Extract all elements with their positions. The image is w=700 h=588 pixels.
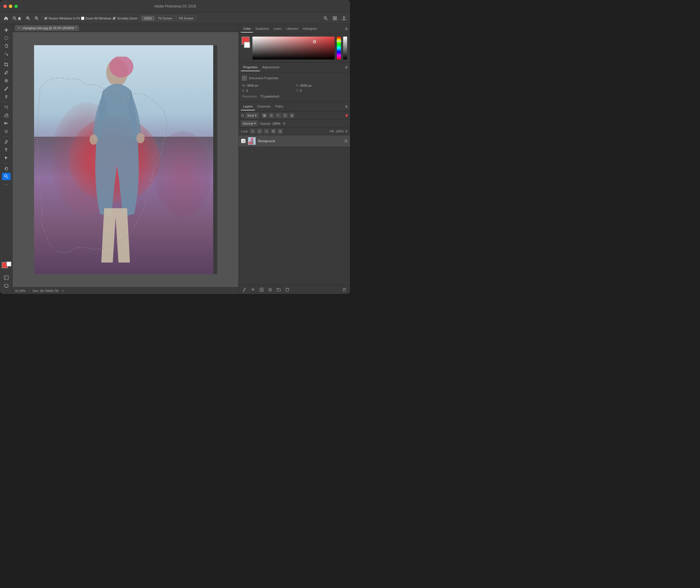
history-brush-button[interactable] xyxy=(2,104,11,111)
layer-list[interactable]: Background xyxy=(239,135,350,285)
hue-strip[interactable] xyxy=(337,37,341,59)
svg-point-30 xyxy=(6,140,7,141)
resize-windows-label[interactable]: Resize Windows to Fit xyxy=(44,17,80,20)
lock-all-button[interactable] xyxy=(277,129,283,134)
zoom-tool-left-button[interactable] xyxy=(2,173,11,180)
minimize-button[interactable] xyxy=(9,5,12,8)
close-tab-icon[interactable]: ✕ xyxy=(18,26,21,30)
zoom-all-windows-label[interactable]: Zoom All Windows xyxy=(81,17,111,20)
hue-slider-handle[interactable] xyxy=(336,41,341,42)
scroll-corner xyxy=(232,289,236,293)
eyedropper-tool-button[interactable] xyxy=(2,69,11,76)
properties-panel-menu-button[interactable]: ≡ xyxy=(345,65,348,70)
move-tool-button[interactable] xyxy=(2,26,11,34)
properties-tabs: Properties Adjustments ≡ xyxy=(239,63,350,72)
adjustment-filter-button[interactable] xyxy=(268,113,274,118)
svg-rect-13 xyxy=(333,19,334,20)
lock-image-button[interactable] xyxy=(257,129,262,134)
fit-screen-button[interactable]: Fit Screen xyxy=(156,16,175,21)
text-tool-button[interactable]: T xyxy=(2,146,11,154)
layers-panel-menu-button[interactable]: ≡ xyxy=(345,104,348,109)
color-gradient-picker[interactable] xyxy=(252,37,334,59)
path-select-button[interactable] xyxy=(2,154,11,162)
lightness-strip[interactable] xyxy=(343,37,347,59)
delete-layer-button[interactable] xyxy=(341,286,348,293)
tab-properties[interactable]: Properties xyxy=(241,64,260,71)
quick-mask-button[interactable] xyxy=(2,274,11,281)
brush-tool-button[interactable] xyxy=(2,85,11,92)
search-icon-layers xyxy=(241,114,244,117)
screen-mode-button[interactable] xyxy=(2,282,11,289)
canvas-viewport[interactable] xyxy=(13,32,238,287)
zoom-tool-button[interactable] xyxy=(11,15,23,21)
color-panel-body xyxy=(239,34,350,62)
pen-tool-button[interactable] xyxy=(2,138,11,146)
opacity-options-button[interactable]: ⊙ xyxy=(283,122,285,126)
lasso-tool-button[interactable] xyxy=(2,42,11,50)
close-button[interactable] xyxy=(3,5,7,8)
svg-line-7 xyxy=(37,19,38,20)
home-button[interactable] xyxy=(2,15,10,21)
filter-toggle-dot[interactable] xyxy=(345,114,348,117)
color-panel-menu-button[interactable]: ≡ xyxy=(345,26,348,31)
tab-learn[interactable]: Learn xyxy=(271,25,284,33)
clone-stamp-button[interactable] xyxy=(2,93,11,100)
vertical-scrollbar[interactable] xyxy=(213,45,217,274)
link-layers-button[interactable] xyxy=(241,286,248,293)
pixel-filter-button[interactable] xyxy=(261,113,267,118)
search-button[interactable] xyxy=(322,15,329,21)
tab-histogram[interactable]: Histogram xyxy=(300,25,319,33)
tab-libraries[interactable]: Libraries xyxy=(284,25,300,33)
marquee-tool-button[interactable] xyxy=(2,34,11,42)
gradient-tool-button[interactable] xyxy=(2,120,11,127)
arrange-windows-button[interactable] xyxy=(331,15,338,21)
healing-tool-button[interactable] xyxy=(2,77,11,84)
bg-color-swatch[interactable] xyxy=(244,42,250,48)
tab-swatches[interactable]: Swatches xyxy=(253,25,271,33)
fill-options-button[interactable]: ⊙ xyxy=(345,129,348,133)
dodge-tool-button[interactable] xyxy=(2,128,11,135)
new-layer-group-button[interactable] xyxy=(275,286,282,293)
more-tools-button[interactable]: ··· xyxy=(2,181,11,188)
zoom-all-windows-checkbox[interactable] xyxy=(81,17,84,20)
layers-blend-row: Normal ▾ Opacity: 100% ⊙ xyxy=(239,120,350,128)
type-filter-button[interactable]: T xyxy=(275,113,281,118)
lock-position-button[interactable] xyxy=(264,129,269,134)
tab-layers[interactable]: Layers xyxy=(241,103,255,110)
tab-paths[interactable]: Paths xyxy=(273,103,285,110)
hand-tool-button[interactable] xyxy=(2,165,11,172)
new-adjustment-layer-button[interactable] xyxy=(267,286,273,293)
new-layer-button[interactable] xyxy=(284,286,291,293)
scrubby-zoom-checkbox[interactable] xyxy=(112,17,116,20)
kind-filter-dropdown[interactable]: Kind ▾ xyxy=(245,113,259,118)
resize-windows-checkbox[interactable] xyxy=(44,17,47,20)
fx-button[interactable]: fx xyxy=(249,286,256,293)
document-tab[interactable]: ✕ changing-color.jpg @ 33.3% (RGB/8) * xyxy=(15,25,79,31)
background-layer-item[interactable]: Background xyxy=(239,135,350,147)
lock-artboard-button[interactable] xyxy=(271,129,276,134)
eraser-tool-button[interactable] xyxy=(2,112,11,119)
crop-tool-button[interactable] xyxy=(2,61,11,68)
svg-rect-27 xyxy=(4,122,8,124)
svg-line-20 xyxy=(5,73,6,74)
zoom-in-button[interactable] xyxy=(24,15,32,21)
fullscreen-button[interactable] xyxy=(14,5,18,8)
color-swatches-area xyxy=(1,262,11,292)
zoom-out-button[interactable] xyxy=(33,15,40,21)
quick-select-tool-button[interactable] xyxy=(2,50,11,58)
tab-color[interactable]: Color xyxy=(241,25,253,33)
tab-adjustments[interactable]: Adjustments xyxy=(260,64,282,71)
lock-transparent-button[interactable] xyxy=(250,129,255,134)
layer-visibility-button[interactable] xyxy=(241,139,245,143)
background-color[interactable] xyxy=(6,261,11,267)
doc-info-arrow[interactable]: > xyxy=(62,289,64,293)
scrubby-zoom-label[interactable]: Scrubby Zoom xyxy=(112,17,138,20)
tab-channels[interactable]: Channels xyxy=(255,103,273,110)
fill-screen-button[interactable]: Fill Screen xyxy=(176,16,196,21)
shape-filter-button[interactable] xyxy=(282,113,288,118)
share-button[interactable] xyxy=(340,15,348,21)
blend-mode-select[interactable]: Normal ▾ xyxy=(241,121,258,126)
smart-object-filter-button[interactable] xyxy=(289,113,295,118)
zoom-value-input[interactable] xyxy=(141,16,154,21)
new-layer-mask-button[interactable] xyxy=(258,286,265,293)
